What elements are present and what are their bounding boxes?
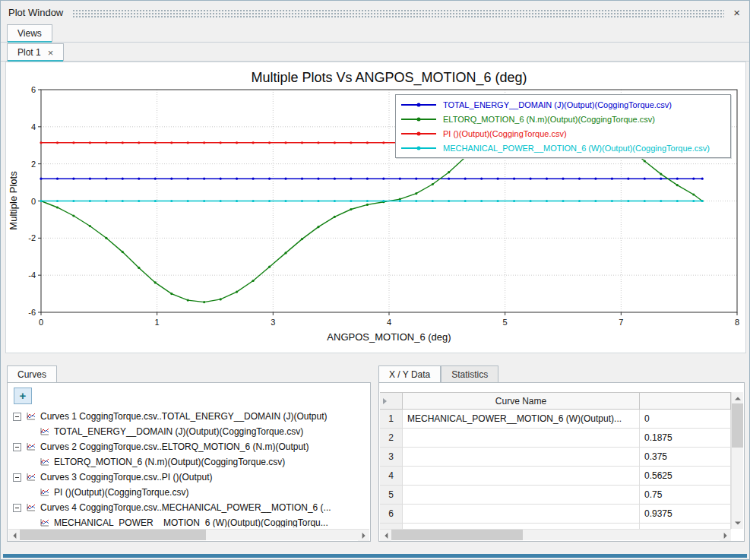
tree-item-label: Curves 3 CoggingTorque.csv..PI ()(Output… bbox=[40, 472, 213, 482]
row-number-cell[interactable]: 6 bbox=[380, 505, 403, 523]
svg-text:-6: -6 bbox=[28, 308, 36, 317]
collapse-icon[interactable] bbox=[13, 443, 21, 451]
scroll-left-icon[interactable] bbox=[8, 530, 20, 541]
tab-views-label: Views bbox=[17, 28, 42, 39]
collapse-icon[interactable] bbox=[13, 473, 21, 482]
tree-item-curves-2[interactable]: Curves 2 CoggingTorque.csv..ELTORQ_MOTIO… bbox=[13, 439, 367, 454]
legend-item-eltorq[interactable]: ELTORQ_MOTION_6 (N.m)(Output)(CoggingTor… bbox=[401, 112, 725, 126]
titlebar[interactable]: Plot Window × bbox=[1, 1, 749, 24]
curve-name-cell[interactable]: MECHANICAL_POWER__MOTION_6 (W)(Output)..… bbox=[403, 410, 640, 428]
curve-icon bbox=[40, 518, 49, 527]
svg-text:-4: -4 bbox=[28, 271, 36, 280]
svg-text:4: 4 bbox=[387, 318, 391, 327]
table-hscrollbar[interactable] bbox=[380, 529, 731, 540]
value-cell[interactable]: 0.375 bbox=[640, 448, 731, 466]
legend-line-sample-icon bbox=[401, 102, 436, 107]
curve-name-cell[interactable] bbox=[403, 448, 640, 466]
svg-text:-2: -2 bbox=[28, 233, 36, 242]
svg-text:5: 5 bbox=[503, 318, 508, 327]
tree-item-label: Curves 1 CoggingTorque.csv..TOTAL_ENERGY… bbox=[40, 411, 327, 422]
scroll-thumb[interactable] bbox=[391, 530, 523, 540]
value-cell[interactable]: 0.1875 bbox=[640, 429, 731, 447]
table-corner-cell[interactable] bbox=[380, 393, 403, 409]
table-row: 4 0.5625 bbox=[380, 467, 731, 486]
curve-name-cell[interactable] bbox=[403, 429, 640, 447]
tab-statistics[interactable]: Statistics bbox=[441, 365, 498, 383]
table-row: 6 0.9375 bbox=[380, 505, 731, 524]
y-axis-label: Multiple Plots bbox=[8, 171, 19, 230]
chart[interactable]: Multiple Plots Vs ANGPOS_MOTION_6 (deg) … bbox=[6, 62, 745, 353]
curves-panel: + Curves 1 CoggingTorque.csv..TOTAL_ENER… bbox=[7, 382, 371, 542]
window-title: Plot Window bbox=[8, 7, 63, 18]
legend-label: PI ()(Output)(CoggingTorque.csv) bbox=[443, 129, 567, 138]
scroll-right-icon[interactable] bbox=[358, 530, 369, 541]
plot-tab-close-icon[interactable]: × bbox=[48, 48, 54, 58]
scroll-left-icon[interactable] bbox=[380, 530, 391, 541]
scroll-track[interactable] bbox=[20, 530, 358, 540]
scroll-track[interactable] bbox=[732, 403, 743, 517]
row-number-cell[interactable]: 7 bbox=[380, 524, 403, 529]
table-row: 1 MECHANICAL_POWER__MOTION_6 (W)(Output)… bbox=[380, 410, 731, 429]
scroll-thumb[interactable] bbox=[20, 530, 206, 540]
scroll-track[interactable] bbox=[391, 530, 720, 540]
scroll-right-icon[interactable] bbox=[720, 530, 731, 541]
row-number-cell[interactable]: 2 bbox=[380, 429, 403, 447]
svg-text:0: 0 bbox=[39, 318, 43, 327]
tab-views[interactable]: Views bbox=[7, 24, 52, 42]
collapse-icon[interactable] bbox=[13, 413, 21, 421]
value-cell[interactable]: 0.5625 bbox=[640, 467, 731, 485]
x-axis-label: ANGPOS_MOTION_6 (deg) bbox=[327, 331, 451, 343]
plot-tab-bar: Plot 1 × bbox=[1, 43, 749, 62]
table-row: 7 1.125 bbox=[380, 524, 731, 529]
row-number-cell[interactable]: 1 bbox=[380, 410, 403, 428]
legend-item-pi[interactable]: PI ()(Output)(CoggingTorque.csv) bbox=[401, 126, 725, 141]
scroll-down-icon[interactable] bbox=[732, 517, 743, 529]
curve-name-cell[interactable] bbox=[403, 505, 640, 523]
curve-icon bbox=[26, 412, 36, 421]
curve-icon bbox=[40, 457, 49, 467]
tree-subitem-curves-1[interactable]: TOTAL_ENERGY__DOMAIN (J)(Output)(Cogging… bbox=[13, 424, 367, 439]
drag-handle-dots[interactable] bbox=[72, 9, 724, 17]
column-header-curve-name[interactable]: Curve Name bbox=[403, 393, 640, 409]
plot-pane: Multiple Plots Vs ANGPOS_MOTION_6 (deg) … bbox=[5, 62, 746, 353]
tree-item-label: Curves 4 CoggingTorque.csv..MECHANICAL_P… bbox=[40, 502, 331, 513]
table-row: 2 0.1875 bbox=[380, 429, 731, 448]
scroll-thumb[interactable] bbox=[732, 403, 743, 448]
tree-item-curves-4[interactable]: Curves 4 CoggingTorque.csv..MECHANICAL_P… bbox=[13, 500, 367, 515]
tree-subitem-curves-2[interactable]: ELTORQ_MOTION_6 (N.m)(Output)(CoggingTor… bbox=[13, 454, 367, 470]
row-number-cell[interactable]: 3 bbox=[380, 448, 403, 466]
value-cell[interactable]: 0.9375 bbox=[640, 505, 731, 523]
chart-title: Multiple Plots Vs ANGPOS_MOTION_6 (deg) bbox=[251, 70, 527, 86]
scroll-up-icon[interactable] bbox=[732, 392, 743, 403]
add-curve-button[interactable]: + bbox=[14, 388, 32, 404]
curve-name-cell[interactable] bbox=[403, 524, 640, 529]
tree-item-curves-3[interactable]: Curves 3 CoggingTorque.csv..PI ()(Output… bbox=[13, 470, 367, 485]
curves-hscrollbar[interactable] bbox=[8, 529, 369, 540]
tab-xy-data[interactable]: X / Y Data bbox=[378, 365, 441, 383]
curve-name-cell[interactable] bbox=[403, 467, 640, 485]
curves-tab-bar: Curves bbox=[7, 364, 57, 383]
column-header-value[interactable] bbox=[640, 393, 731, 409]
row-number-cell[interactable]: 4 bbox=[380, 467, 403, 485]
corner-triangle-icon bbox=[383, 398, 387, 404]
legend-item-total-energy[interactable]: TOTAL_ENERGY__DOMAIN (J)(Output)(Cogging… bbox=[401, 97, 725, 112]
legend-line-sample-icon bbox=[401, 145, 436, 150]
value-cell[interactable]: 1.125 bbox=[640, 524, 731, 529]
tab-plot1[interactable]: Plot 1 × bbox=[7, 43, 64, 61]
legend-item-mechanical-power[interactable]: MECHANICAL_POWER__MOTION_6 (W)(Output)(C… bbox=[401, 141, 725, 155]
table-vscrollbar[interactable] bbox=[731, 392, 743, 529]
row-number-cell[interactable]: 5 bbox=[380, 486, 403, 504]
curve-icon bbox=[26, 503, 36, 512]
tab-curves[interactable]: Curves bbox=[7, 365, 57, 383]
tree-item-curves-1[interactable]: Curves 1 CoggingTorque.csv..TOTAL_ENERGY… bbox=[13, 409, 367, 424]
tree-subitem-curves-4[interactable]: MECHANICAL_POWER__MOTION_6 (W)(Output)(C… bbox=[13, 515, 367, 527]
value-cell[interactable]: 0.75 bbox=[640, 486, 731, 504]
svg-text:1: 1 bbox=[155, 318, 160, 327]
window-close-icon[interactable]: × bbox=[733, 7, 740, 18]
tab-xy-data-label: X / Y Data bbox=[389, 369, 430, 380]
curve-name-cell[interactable] bbox=[403, 486, 640, 504]
value-cell[interactable]: 0 bbox=[640, 410, 731, 428]
collapse-icon[interactable] bbox=[13, 504, 21, 512]
svg-text:8: 8 bbox=[735, 318, 739, 327]
tree-subitem-curves-3[interactable]: PI ()(Output)(CoggingTorque.csv) bbox=[13, 485, 367, 500]
